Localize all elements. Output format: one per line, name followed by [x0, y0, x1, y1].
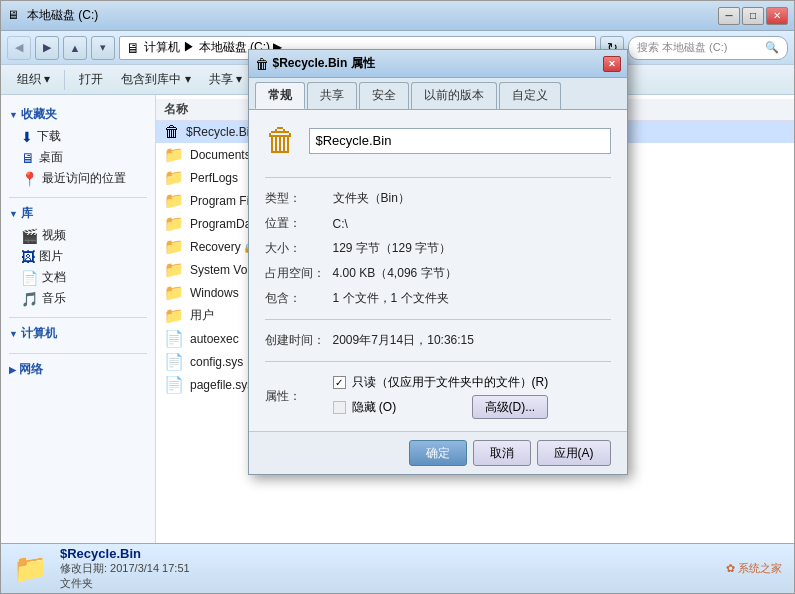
dialog-tab-general[interactable]: 常规 [255, 82, 305, 109]
sidebar-item-documents[interactable]: 📄 文档 [1, 267, 155, 288]
file-icon: 📄 [164, 352, 184, 371]
file-icon: 📁 [164, 306, 184, 325]
sidebar-item-label: 音乐 [42, 290, 66, 307]
sidebar-item-label: 桌面 [39, 149, 63, 166]
dialog-header-row: 🗑 $Recycle.Bin [265, 122, 611, 159]
sidebar-item-desktop[interactable]: 🖥 桌面 [1, 147, 155, 168]
dialog-tab-security[interactable]: 安全 [359, 82, 409, 109]
file-name: pagefile.sys [190, 378, 253, 392]
sidebar-item-label: 下载 [37, 128, 61, 145]
file-name: Windows [190, 286, 239, 300]
dialog-name-box: $Recycle.Bin [309, 128, 611, 154]
search-placeholder: 搜索 本地磁盘 (C:) [637, 40, 727, 55]
sidebar-item-recent[interactable]: 📍 最近访问的位置 [1, 168, 155, 189]
status-logo: ✿ 系统之家 [726, 561, 782, 576]
favorites-header[interactable]: ▼ 收藏夹 [1, 103, 155, 126]
dialog-separator-1 [265, 177, 611, 178]
sidebar-item-label: 文档 [42, 269, 66, 286]
library-header[interactable]: ▼ 库 [1, 202, 155, 225]
status-bar: 📁 $Recycle.Bin 修改日期: 2017/3/14 17:51 文件夹… [1, 543, 794, 593]
disksize-label: 占用空间： [265, 265, 325, 282]
file-name: 用户 [190, 307, 214, 324]
readonly-label: 只读（仅应用于文件夹中的文件）(R) [352, 374, 549, 391]
hidden-label: 隐藏 (O) [352, 399, 397, 416]
sidebar-item-video[interactable]: 🎬 视频 [1, 225, 155, 246]
dialog-tab-share[interactable]: 共享 [307, 82, 357, 109]
size-value: 129 字节（129 字节） [333, 240, 611, 257]
file-icon: 📁 [164, 237, 184, 256]
advanced-button[interactable]: 高级(D)... [472, 395, 549, 419]
file-name: Recovery 🔒 [190, 240, 254, 254]
file-icon: 📁 [164, 168, 184, 187]
apply-button[interactable]: 应用(A) [537, 440, 611, 466]
back-button[interactable]: ◀ [7, 36, 31, 60]
dialog-title-icon: 🗑 [255, 56, 269, 72]
open-button[interactable]: 打开 [71, 68, 111, 92]
dialog-close-button[interactable]: ✕ [603, 56, 621, 72]
computer-section: ▼ 计算机 [1, 322, 155, 345]
network-header[interactable]: ▶ 网络 [1, 358, 155, 381]
window-icon: 🖥 [7, 8, 23, 24]
dialog-body: 🗑 $Recycle.Bin 类型： 文件夹（Bin） 位置： C:\ 大小： [249, 110, 627, 431]
attr-label: 属性： [265, 388, 325, 405]
toolbar-separator-1 [64, 70, 65, 90]
library-label: 库 [21, 205, 33, 222]
download-icon: ⬇ [21, 129, 33, 145]
readonly-checkbox[interactable] [333, 376, 346, 389]
dialog-disksize-row: 占用空间： 4.00 KB（4,096 字节） [265, 265, 611, 282]
favorites-arrow: ▼ [9, 110, 18, 120]
include-library-button[interactable]: 包含到库中 ▾ [113, 68, 198, 92]
documents-icon: 📄 [21, 270, 38, 286]
contains-label: 包含： [265, 290, 325, 307]
maximize-button[interactable]: □ [742, 7, 764, 25]
type-label: 类型： [265, 190, 325, 207]
file-icon: 📁 [164, 191, 184, 210]
file-icon: 📁 [164, 283, 184, 302]
column-name: 名称 [164, 101, 188, 118]
type-value: 文件夹（Bin） [333, 190, 611, 207]
dialog-folder-name: $Recycle.Bin [316, 133, 392, 148]
sidebar-separator-2 [9, 317, 147, 318]
ok-button[interactable]: 确定 [409, 440, 467, 466]
sidebar-item-label: 最近访问的位置 [42, 170, 126, 187]
status-folder-icon: 📁 [13, 552, 48, 585]
sidebar-item-download[interactable]: ⬇ 下载 [1, 126, 155, 147]
attr-section: 只读（仅应用于文件夹中的文件）(R) 隐藏 (O) 高级(D)... [333, 374, 549, 419]
file-icon: 📄 [164, 329, 184, 348]
dialog-tab-previous[interactable]: 以前的版本 [411, 82, 497, 109]
computer-header[interactable]: ▼ 计算机 [1, 322, 155, 345]
dialog-size-row: 大小： 129 字节（129 字节） [265, 240, 611, 257]
address-icon: 🖥 [126, 40, 140, 56]
hidden-checkbox[interactable] [333, 401, 346, 414]
minimize-button[interactable]: ─ [718, 7, 740, 25]
sidebar-separator-3 [9, 353, 147, 354]
created-label: 创建时间： [265, 332, 325, 349]
file-icon: 📁 [164, 214, 184, 233]
dialog-created-row: 创建时间： 2009年7月14日，10:36:15 [265, 332, 611, 349]
up-button[interactable]: ▲ [63, 36, 87, 60]
cancel-button[interactable]: 取消 [473, 440, 531, 466]
sidebar-item-label: 视频 [42, 227, 66, 244]
location-label: 位置： [265, 215, 325, 232]
dialog-contains-row: 包含： 1 个文件，1 个文件夹 [265, 290, 611, 307]
share-button[interactable]: 共享 ▾ [201, 68, 250, 92]
favorites-section: ▼ 收藏夹 ⬇ 下载 🖥 桌面 📍 最近访问的位置 [1, 103, 155, 189]
dialog-tab-custom[interactable]: 自定义 [499, 82, 561, 109]
file-name: PerfLogs [190, 171, 238, 185]
status-name: $Recycle.Bin [60, 546, 714, 561]
location-value: C:\ [333, 217, 611, 231]
dialog-title-bar: 🗑 $Recycle.Bin 属性 ✕ [249, 50, 627, 78]
computer-label: 计算机 [21, 325, 57, 342]
properties-dialog: 🗑 $Recycle.Bin 属性 ✕ 常规 共享 安全 以前的版本 自定义 🗑… [248, 49, 628, 475]
file-icon: 🗑 [164, 123, 180, 141]
organize-button[interactable]: 组织 ▾ [9, 68, 58, 92]
sidebar-item-music[interactable]: 🎵 音乐 [1, 288, 155, 309]
sidebar-item-pictures[interactable]: 🖼 图片 [1, 246, 155, 267]
search-bar[interactable]: 搜索 本地磁盘 (C:) 🔍 [628, 36, 788, 60]
forward-button[interactable]: ▶ [35, 36, 59, 60]
dialog-footer: 确定 取消 应用(A) [249, 431, 627, 474]
close-button[interactable]: ✕ [766, 7, 788, 25]
history-dropdown[interactable]: ▾ [91, 36, 115, 60]
network-label: 网络 [19, 361, 43, 378]
dialog-location-row: 位置： C:\ [265, 215, 611, 232]
